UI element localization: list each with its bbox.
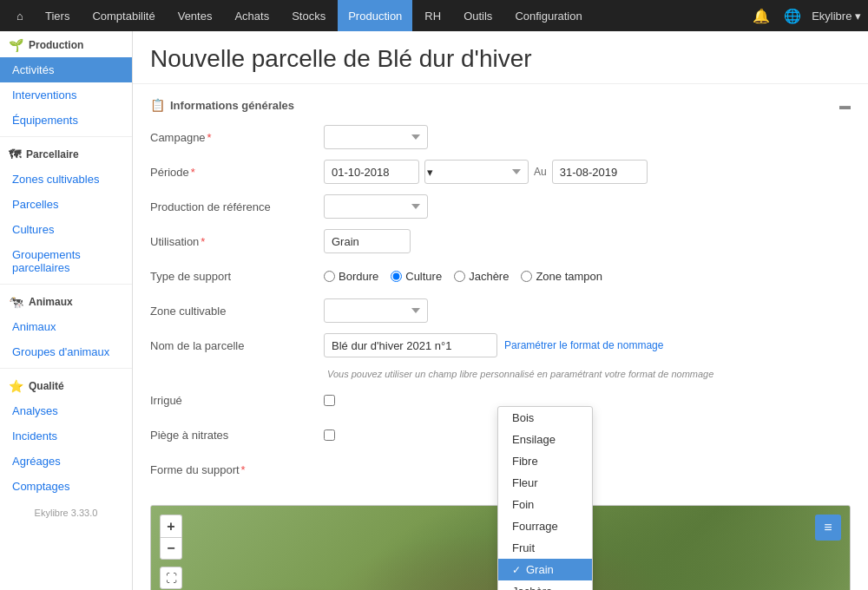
nav-ventes[interactable]: Ventes bbox=[168, 0, 223, 31]
form-area: 📋 Informations générales ▬ Campagne* Pér… bbox=[133, 84, 868, 505]
sidebar-item-zones-cultivables[interactable]: Zones cultivables bbox=[0, 167, 132, 192]
radio-culture[interactable]: Culture bbox=[391, 270, 442, 283]
nav-production[interactable]: Production bbox=[338, 0, 412, 31]
map-layers-button[interactable]: ≡ bbox=[815, 515, 841, 541]
utilisation-dropdown-wrapper: Bois Ensilage Fibre Fleur Foin Fourrage … bbox=[324, 229, 411, 253]
map-tools: ⛶ ☆ ✏ ✂ bbox=[160, 567, 182, 590]
map-zoom-controls: + − bbox=[160, 515, 182, 560]
production-section-icon: 🌱 bbox=[9, 38, 23, 52]
map-zoom-out-button[interactable]: − bbox=[160, 537, 182, 560]
naming-hint-text: Vous pouvez utiliser un champ libre pers… bbox=[327, 369, 713, 379]
divider-2 bbox=[0, 284, 132, 285]
dropdown-item-ensilage[interactable]: Ensilage bbox=[498, 429, 592, 450]
home-button[interactable]: ⌂ bbox=[7, 0, 33, 31]
production-ref-select[interactable] bbox=[324, 194, 428, 219]
nav-rh[interactable]: RH bbox=[414, 0, 451, 31]
animaux-section-icon: 🐄 bbox=[9, 295, 23, 309]
user-name-label: Ekylibre ▾ bbox=[812, 10, 861, 23]
map-layers-icon: ≡ bbox=[824, 520, 832, 535]
main-content: Nouvelle parcelle de Blé dur d'hiver 📋 I… bbox=[133, 31, 868, 590]
sidebar: 🌱 Production Activités Interventions Équ… bbox=[0, 31, 133, 590]
globe-icon[interactable]: 🌐 bbox=[780, 3, 805, 28]
nom-parcelle-input[interactable] bbox=[324, 333, 497, 357]
dropdown-item-fibre[interactable]: Fibre bbox=[498, 450, 592, 472]
notification-bell-icon[interactable]: 🔔 bbox=[749, 3, 773, 28]
main-layout: 🌱 Production Activités Interventions Équ… bbox=[0, 31, 868, 590]
sidebar-item-groupes-animaux[interactable]: Groupes d'animaux bbox=[0, 339, 132, 364]
zone-cultivable-select[interactable] bbox=[324, 298, 428, 323]
nom-parcelle-label: Nom de la parcelle bbox=[150, 339, 324, 352]
map-fullscreen-button[interactable]: ⛶ bbox=[160, 567, 182, 589]
sidebar-item-incidents[interactable]: Incidents bbox=[0, 423, 132, 449]
dropdown-item-fourrage[interactable]: Fourrage bbox=[498, 515, 592, 537]
map-zoom-in-button[interactable]: + bbox=[160, 515, 182, 537]
type-support-row: Type de support Bordure Culture Jachère bbox=[150, 263, 851, 289]
periode-from-dropdown[interactable]: ▾ bbox=[424, 160, 529, 184]
sidebar-item-animaux[interactable]: Animaux bbox=[0, 314, 132, 339]
radio-bordure-label: Bordure bbox=[339, 270, 378, 283]
divider-1 bbox=[0, 136, 132, 137]
dropdown-item-bois[interactable]: Bois bbox=[498, 407, 592, 429]
user-menu[interactable]: Ekylibre ▾ bbox=[812, 10, 861, 23]
type-support-radio-group: Bordure Culture Jachère Zone tampon bbox=[324, 270, 602, 283]
sidebar-section-production: 🌱 Production bbox=[0, 31, 132, 57]
radio-jachere-label: Jachère bbox=[469, 270, 509, 283]
dropdown-item-grain[interactable]: ✓ Grain bbox=[498, 559, 592, 580]
dropdown-item-jachere[interactable]: Jachère bbox=[498, 580, 592, 590]
periode-to-input[interactable] bbox=[552, 160, 648, 184]
sidebar-item-comptages[interactable]: Comptages bbox=[0, 474, 132, 499]
parcellaire-section-icon: 🗺 bbox=[9, 148, 21, 161]
nav-outils[interactable]: Outils bbox=[453, 0, 503, 31]
irrigue-checkbox-wrapper bbox=[324, 395, 335, 406]
sidebar-item-agreages[interactable]: Agréages bbox=[0, 449, 132, 474]
naming-hint-row: Vous pouvez utiliser un champ libre pers… bbox=[150, 367, 851, 380]
nav-stocks[interactable]: Stocks bbox=[281, 0, 336, 31]
campagne-row: Campagne* bbox=[150, 124, 851, 150]
sidebar-item-groupements-parcellaires[interactable]: Groupements parcellaires bbox=[0, 242, 132, 280]
utilisation-row: Utilisation* Bois Ensilage Fibre Fleur F… bbox=[150, 228, 851, 254]
utilisation-input[interactable] bbox=[324, 229, 411, 253]
sidebar-item-equipements[interactable]: Équipements bbox=[0, 108, 132, 133]
section-collapse-button[interactable]: ▬ bbox=[839, 99, 851, 112]
radio-bordure-input[interactable] bbox=[324, 271, 335, 282]
piege-nitrates-checkbox-wrapper bbox=[324, 429, 335, 441]
nav-configuration[interactable]: Configuration bbox=[504, 0, 592, 31]
dropdown-item-fruit[interactable]: Fruit bbox=[498, 537, 592, 559]
periode-date-range: ▾ Au bbox=[324, 160, 648, 184]
periode-au-label: Au bbox=[534, 166, 547, 178]
zone-cultivable-row: Zone cultivable bbox=[150, 298, 851, 324]
dropdown-item-foin[interactable]: Foin bbox=[498, 494, 592, 515]
irrigue-label: Irrigué bbox=[150, 394, 324, 407]
sidebar-item-cultures[interactable]: Cultures bbox=[0, 217, 132, 242]
sidebar-item-activites[interactable]: Activités bbox=[0, 57, 132, 82]
divider-3 bbox=[0, 368, 132, 369]
periode-row: Période* ▾ Au bbox=[150, 159, 851, 185]
nav-tiers[interactable]: Tiers bbox=[35, 0, 80, 31]
top-navigation: ⌂ Tiers Comptabilité Ventes Achats Stock… bbox=[0, 0, 868, 31]
section-informations-generales: 📋 Informations générales ▬ bbox=[150, 98, 851, 112]
utilisation-label: Utilisation* bbox=[150, 235, 324, 248]
dropdown-item-fleur[interactable]: Fleur bbox=[498, 472, 592, 494]
radio-jachere[interactable]: Jachère bbox=[454, 270, 509, 283]
sidebar-section-qualite-label: Qualité bbox=[29, 380, 64, 392]
irrigue-checkbox[interactable] bbox=[324, 395, 335, 406]
sidebar-item-interventions[interactable]: Interventions bbox=[0, 82, 132, 108]
nav-comptabilite[interactable]: Comptabilité bbox=[82, 0, 165, 31]
piege-nitrates-checkbox[interactable] bbox=[324, 429, 335, 441]
campagne-select[interactable] bbox=[324, 125, 428, 149]
radio-bordure[interactable]: Bordure bbox=[324, 270, 378, 283]
nav-achats[interactable]: Achats bbox=[224, 0, 279, 31]
sidebar-section-animaux: 🐄 Animaux bbox=[0, 288, 132, 314]
radio-jachere-input[interactable] bbox=[454, 271, 465, 282]
zone-cultivable-label: Zone cultivable bbox=[150, 305, 324, 318]
sidebar-item-parcelles[interactable]: Parcelles bbox=[0, 192, 132, 217]
periode-from-input[interactable] bbox=[324, 160, 419, 184]
type-support-label: Type de support bbox=[150, 270, 324, 283]
sidebar-section-parcellaire: 🗺 Parcellaire bbox=[0, 141, 132, 167]
radio-culture-input[interactable] bbox=[391, 271, 402, 282]
radio-zone-tampon-input[interactable] bbox=[521, 271, 532, 282]
radio-zone-tampon[interactable]: Zone tampon bbox=[521, 270, 602, 283]
naming-format-link[interactable]: Paramétrer le format de nommage bbox=[504, 339, 663, 351]
sidebar-item-analyses[interactable]: Analyses bbox=[0, 398, 132, 423]
utilisation-dropdown: Bois Ensilage Fibre Fleur Foin Fourrage … bbox=[497, 406, 593, 590]
